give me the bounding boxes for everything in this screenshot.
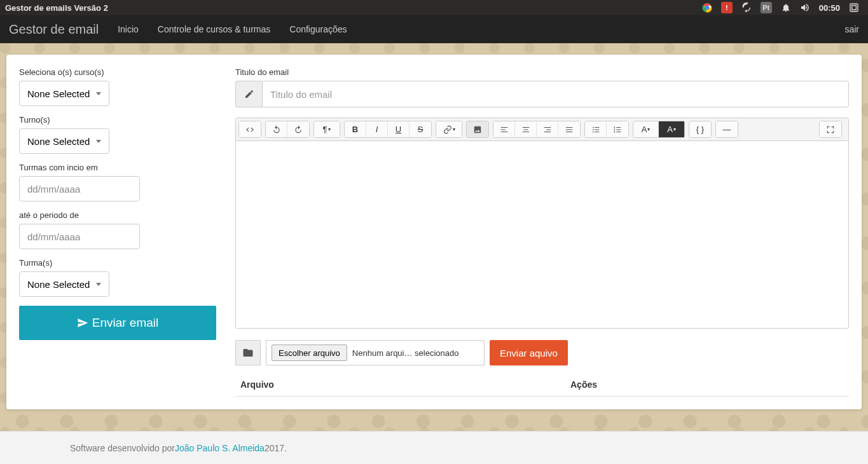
cursos-dropdown-value: None Selected — [27, 88, 90, 99]
bold-button[interactable]: B — [345, 121, 366, 137]
turnos-dropdown[interactable]: None Selected — [19, 128, 109, 154]
footer-prefix: Software desenvolvido por — [70, 443, 175, 453]
nav-config[interactable]: Configurações — [289, 24, 347, 34]
send-email-button[interactable]: Enviar email — [19, 306, 216, 340]
paper-plane-icon — [77, 317, 88, 329]
fullscreen-button[interactable] — [820, 121, 841, 137]
strike-button[interactable]: S — [410, 121, 431, 137]
bg-color-dropdown[interactable]: A▾ — [659, 121, 684, 137]
turnos-label: Turno(s) — [19, 115, 223, 125]
os-clock[interactable]: 00:50 — [819, 3, 840, 13]
os-tray: ! Pt 00:50 — [702, 2, 859, 13]
cursos-label: Seleciona o(s) curso(s) — [19, 67, 223, 77]
file-status-text: Nenhum arqui… selecionado — [352, 348, 479, 358]
italic-button[interactable]: I — [366, 121, 388, 137]
inicio-date-input[interactable] — [19, 176, 140, 201]
turmas-label: Turma(s) — [19, 258, 223, 268]
session-icon[interactable] — [849, 3, 859, 13]
attachments-table-header: Arquivo Ações — [235, 374, 849, 397]
svg-point-5 — [593, 129, 594, 130]
rich-text-editor: ¶▾ B I U S ▾ — [235, 118, 849, 329]
inicio-label: Turmas com incio em — [19, 163, 223, 172]
svg-rect-2 — [850, 4, 858, 11]
email-title-input[interactable] — [262, 81, 849, 107]
turmas-dropdown[interactable]: None Selected — [19, 271, 109, 297]
notification-bell-icon[interactable] — [781, 3, 791, 13]
chrome-icon[interactable] — [702, 3, 712, 13]
undo-button[interactable] — [266, 121, 287, 137]
editor-content-area[interactable] — [236, 141, 848, 328]
code-block-button[interactable]: { } — [689, 121, 711, 137]
list-ol-button[interactable] — [607, 121, 628, 137]
align-justify-button[interactable] — [558, 121, 580, 137]
caret-down-icon — [96, 283, 101, 286]
cursos-dropdown[interactable]: None Selected — [19, 81, 109, 106]
periodo-label: até o periodo de — [19, 210, 223, 220]
align-right-button[interactable] — [537, 121, 558, 137]
file-send-button[interactable]: Enviar aquivo — [490, 340, 568, 365]
paragraph-dropdown[interactable]: ¶▾ — [314, 121, 340, 137]
col-acoes: Ações — [570, 379, 844, 390]
svg-point-4 — [593, 126, 594, 128]
link-dropdown[interactable]: ▾ — [436, 121, 462, 137]
svg-point-6 — [593, 131, 594, 132]
os-window-title: Gestor de emails Versão 2 — [5, 3, 702, 13]
file-choose-button[interactable]: Escolher arquivo — [272, 345, 347, 361]
volume-icon[interactable] — [800, 3, 810, 13]
nav-controle[interactable]: Controle de cursos & turmas — [158, 24, 270, 34]
folder-open-icon — [242, 347, 254, 358]
turmas-dropdown-value: None Selected — [27, 279, 90, 290]
code-view-button[interactable] — [239, 121, 261, 137]
nav-inicio[interactable]: Inicio — [118, 24, 139, 34]
nav-logout[interactable]: sair — [844, 24, 859, 34]
title-addon — [235, 81, 262, 107]
app-brand: Gestor de email — [9, 22, 99, 37]
alert-icon[interactable]: ! — [721, 2, 733, 13]
footer-author-link[interactable]: João Paulo S. Almeida — [175, 443, 265, 453]
caret-down-icon — [96, 140, 101, 143]
turnos-dropdown-value: None Selected — [27, 136, 90, 147]
periodo-date-input[interactable] — [19, 224, 140, 249]
font-color-dropdown[interactable]: A▾ — [633, 121, 659, 137]
send-email-button-label: Enviar email — [92, 316, 159, 330]
pencil-icon — [244, 89, 254, 99]
footer: Software desenvolvido por João Paulo S. … — [0, 431, 868, 464]
footer-suffix: 2017. — [265, 443, 287, 453]
app-navbar: Gestor de email Inicio Controle de curso… — [0, 15, 868, 43]
filter-sidebar: Seleciona o(s) curso(s) None Selected Tu… — [19, 67, 223, 397]
svg-rect-3 — [852, 6, 857, 10]
redo-button[interactable] — [287, 121, 309, 137]
align-left-button[interactable] — [493, 121, 515, 137]
horizontal-rule-button[interactable]: — — [716, 121, 738, 137]
compose-area: Titulo do email ¶▾ B — [235, 67, 849, 397]
image-button[interactable] — [467, 121, 488, 137]
email-title-label: Titulo do email — [235, 67, 849, 77]
file-picker[interactable]: Escolher arquivo Nenhum arqui… seleciona… — [266, 340, 485, 365]
file-addon — [235, 340, 261, 365]
underline-button[interactable]: U — [388, 121, 410, 137]
page-body: Seleciona o(s) curso(s) None Selected Tu… — [0, 43, 868, 431]
keyboard-layout-badge[interactable]: Pt — [761, 2, 772, 13]
main-card: Seleciona o(s) curso(s) None Selected Tu… — [6, 55, 862, 409]
caret-down-icon — [96, 92, 101, 95]
sync-icon[interactable] — [741, 3, 752, 13]
col-arquivo: Arquivo — [240, 379, 570, 390]
os-topbar: Gestor de emails Versão 2 ! Pt 00:50 — [0, 0, 868, 15]
align-center-button[interactable] — [515, 121, 537, 137]
editor-toolbar: ¶▾ B I U S ▾ — [236, 118, 848, 141]
list-ul-button[interactable] — [585, 121, 607, 137]
